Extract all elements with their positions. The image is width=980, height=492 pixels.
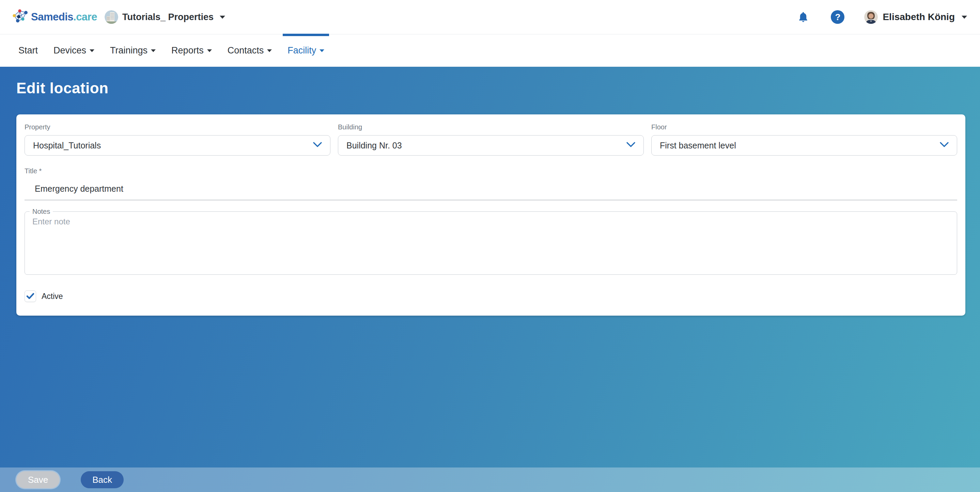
user-name: Elisabeth König	[883, 11, 955, 22]
property-field: Property Hospital_Tutorials	[24, 123, 331, 156]
nav-item-start[interactable]: Start	[18, 45, 38, 56]
active-checkbox[interactable]	[24, 290, 36, 302]
chevron-down-icon	[267, 49, 272, 52]
select-field-row: Property Hospital_Tutorials Building Bui…	[24, 123, 957, 156]
chevron-down-icon	[320, 49, 324, 52]
property-select[interactable]: Hospital_Tutorials	[24, 135, 331, 156]
workspace-building-avatar	[105, 10, 118, 24]
property-label: Property	[24, 123, 331, 131]
workspace-label: Tutorials_ Properties	[122, 12, 213, 22]
title-input[interactable]	[24, 179, 957, 200]
top-bar: Samedis.care Tutorials_ Propertie	[0, 0, 980, 34]
nav-label: Trainings	[110, 45, 148, 56]
main-content: Edit location Property Hospital_Tutorial…	[0, 67, 980, 492]
building-field: Building Building Nr. 03	[338, 123, 644, 156]
app-root: Samedis.care Tutorials_ Propertie	[0, 0, 980, 492]
brand-logo[interactable]: Samedis.care	[13, 8, 97, 25]
title-field: Title *	[24, 167, 957, 200]
chevron-down-icon	[627, 142, 635, 149]
property-value: Hospital_Tutorials	[33, 141, 313, 151]
building-label: Building	[338, 123, 644, 131]
floor-select[interactable]: First basement level	[651, 135, 957, 156]
help-glyph: ?	[835, 12, 840, 22]
chevron-down-icon	[151, 49, 156, 52]
nav-item-facility[interactable]: Facility	[288, 45, 324, 56]
user-menu[interactable]: Elisabeth König	[864, 10, 967, 24]
notes-textarea[interactable]	[32, 216, 939, 261]
nav-label: Reports	[171, 45, 204, 56]
action-footer: Save Back	[0, 468, 980, 492]
nav-label: Start	[18, 45, 38, 56]
chevron-down-icon	[89, 49, 94, 52]
back-button[interactable]: Back	[81, 471, 124, 488]
active-checkbox-row: Active	[24, 290, 957, 302]
floor-value: First basement level	[660, 141, 940, 151]
building-value: Building Nr. 03	[347, 141, 627, 151]
floor-label: Floor	[651, 123, 957, 131]
floor-field: Floor First basement level	[651, 123, 957, 156]
help-button[interactable]: ?	[831, 10, 845, 24]
page-title: Edit location	[16, 80, 980, 97]
user-avatar	[864, 10, 878, 24]
nav-item-devices[interactable]: Devices	[54, 45, 94, 56]
chevron-down-icon	[940, 142, 949, 149]
nav-label: Devices	[54, 45, 86, 56]
notes-label: Notes	[30, 208, 53, 216]
save-button[interactable]: Save	[16, 471, 60, 488]
workspace-selector[interactable]: Tutorials_ Properties	[105, 10, 225, 24]
chevron-down-icon	[962, 16, 967, 19]
chevron-down-icon	[220, 16, 225, 19]
notifications-bell-button[interactable]	[798, 11, 808, 23]
title-label: Title *	[24, 167, 957, 175]
edit-location-form-card: Property Hospital_Tutorials Building Bui…	[16, 114, 965, 316]
active-label: Active	[41, 292, 63, 301]
nav-label: Contacts	[228, 45, 264, 56]
nav-label: Facility	[288, 45, 316, 56]
notes-field: Notes	[24, 208, 957, 275]
chevron-down-icon	[313, 142, 322, 149]
brand-network-icon	[13, 8, 28, 25]
nav-item-reports[interactable]: Reports	[171, 45, 212, 56]
nav-item-contacts[interactable]: Contacts	[228, 45, 272, 56]
chevron-down-icon	[207, 49, 212, 52]
building-select[interactable]: Building Nr. 03	[338, 135, 644, 156]
brand-name: Samedis.care	[31, 11, 97, 23]
nav-item-trainings[interactable]: Trainings	[110, 45, 156, 56]
main-nav: Start Devices Trainings Reports Contacts…	[0, 34, 980, 67]
